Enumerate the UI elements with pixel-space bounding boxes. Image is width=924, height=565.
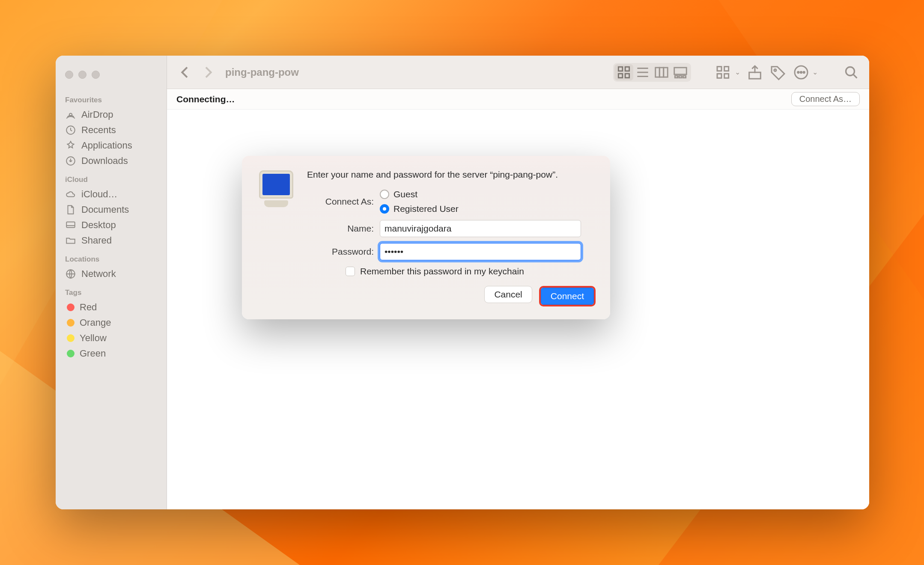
sidebar-item-network[interactable]: Network (56, 266, 167, 282)
svg-rect-9 (656, 67, 660, 77)
sidebar-item-label: Red (80, 302, 97, 313)
sidebar-item-recents[interactable]: Recents (56, 122, 167, 138)
cancel-button[interactable]: Cancel (484, 286, 532, 303)
sidebar-item-label: Downloads (81, 155, 128, 167)
group-by-button[interactable] (715, 64, 732, 81)
forward-button[interactable] (200, 64, 217, 81)
sidebar-section-icloud: iCloud (56, 169, 167, 187)
view-gallery-button[interactable] (671, 64, 690, 80)
view-icons-button[interactable] (614, 64, 633, 80)
name-label: Name: (307, 223, 380, 234)
sidebar-section-tags: Tags (56, 282, 167, 300)
svg-rect-17 (717, 74, 721, 78)
server-icon (255, 169, 298, 306)
svg-point-22 (795, 66, 808, 79)
svg-rect-19 (724, 74, 729, 78)
view-switcher (613, 63, 691, 82)
sidebar-item-label: Shared (81, 235, 112, 246)
radio-label: Registered User (393, 204, 459, 214)
svg-point-23 (798, 71, 799, 73)
svg-rect-15 (683, 75, 686, 77)
sidebar-item-documents[interactable]: Documents (56, 202, 167, 217)
sidebar-item-shared[interactable]: Shared (56, 233, 167, 248)
svg-rect-11 (664, 67, 668, 77)
sidebar-tag-orange[interactable]: Orange (56, 315, 167, 330)
airdrop-icon (65, 109, 76, 120)
zoom-window-button[interactable] (92, 71, 100, 79)
sidebar-item-label: Documents (81, 204, 129, 215)
radio-icon (380, 190, 389, 199)
tags-button[interactable] (769, 64, 787, 81)
status-text: Connecting… (176, 94, 235, 104)
actions-button[interactable] (793, 64, 810, 81)
close-window-button[interactable] (65, 71, 73, 79)
desktop-icon (65, 220, 76, 231)
view-columns-button[interactable] (652, 64, 671, 80)
radio-icon (380, 204, 389, 214)
downloads-icon (65, 155, 76, 167)
sidebar-item-label: Orange (80, 317, 111, 328)
sidebar-item-airdrop[interactable]: AirDrop (56, 107, 167, 122)
connection-status-bar: Connecting… Connect As… (167, 89, 869, 110)
connect-as-button[interactable]: Connect As… (791, 92, 860, 106)
minimize-window-button[interactable] (78, 71, 86, 79)
svg-rect-14 (679, 75, 682, 77)
crt-monitor-icon (256, 170, 296, 208)
svg-rect-10 (659, 67, 664, 77)
server-auth-dialog: Enter your name and password for the ser… (242, 156, 610, 319)
applications-icon (65, 140, 76, 151)
svg-rect-12 (674, 67, 687, 74)
dialog-actions: Cancel Connect (307, 286, 596, 306)
sidebar-tag-yellow[interactable]: Yellow (56, 330, 167, 346)
svg-point-25 (803, 71, 805, 73)
finder-toolbar: ping-pang-pow ⌄ ⌄ (167, 56, 869, 89)
password-input[interactable] (380, 243, 581, 260)
svg-point-21 (774, 69, 776, 71)
globe-icon (65, 268, 76, 280)
connect-button-highlight: Connect (539, 286, 596, 306)
sidebar-tag-red[interactable]: Red (56, 300, 167, 315)
sidebar-item-applications[interactable]: Applications (56, 138, 167, 153)
password-label: Password: (307, 247, 380, 257)
clock-icon (65, 125, 76, 136)
sidebar-section-favourites: Favourites (56, 89, 167, 107)
share-button[interactable] (746, 64, 763, 81)
traffic-lights (56, 63, 167, 89)
checkbox-label: Remember this password in my keychain (360, 266, 524, 277)
remember-keychain-checkbox[interactable]: Remember this password in my keychain (346, 266, 596, 277)
finder-sidebar: Favourites AirDrop Recents Applications … (56, 56, 167, 509)
sidebar-item-label: Yellow (80, 333, 107, 344)
tag-dot-red-icon (67, 303, 75, 311)
svg-rect-3 (66, 222, 75, 227)
checkbox-icon (346, 267, 355, 276)
svg-rect-16 (717, 66, 721, 71)
connect-button[interactable]: Connect (541, 288, 594, 305)
connect-as-label: Connect As: (307, 196, 380, 207)
svg-rect-5 (618, 67, 623, 71)
tag-dot-yellow-icon (67, 334, 75, 342)
dialog-message: Enter your name and password for the ser… (307, 169, 596, 181)
cloud-icon (65, 189, 76, 200)
view-list-button[interactable] (633, 64, 652, 80)
sidebar-tag-green[interactable]: Green (56, 346, 167, 361)
sidebar-item-downloads[interactable]: Downloads (56, 153, 167, 169)
name-input[interactable] (380, 220, 581, 237)
chevron-down-icon: ⌄ (735, 68, 740, 76)
svg-rect-13 (675, 75, 677, 77)
svg-rect-6 (625, 67, 629, 71)
back-button[interactable] (176, 64, 194, 81)
search-button[interactable] (843, 64, 860, 81)
chevron-down-icon: ⌄ (812, 68, 818, 76)
sidebar-item-desktop[interactable]: Desktop (56, 217, 167, 233)
svg-point-24 (800, 71, 802, 73)
sidebar-item-icloud[interactable]: iCloud… (56, 187, 167, 202)
shared-folder-icon (65, 235, 76, 246)
sidebar-item-label: Network (81, 268, 116, 280)
radio-guest[interactable]: Guest (380, 189, 459, 199)
tag-dot-orange-icon (67, 319, 75, 327)
svg-rect-20 (749, 72, 761, 79)
window-title: ping-pang-pow (225, 66, 299, 78)
sidebar-item-label: Green (80, 348, 106, 359)
radio-label: Guest (393, 189, 417, 199)
radio-registered-user[interactable]: Registered User (380, 204, 459, 214)
